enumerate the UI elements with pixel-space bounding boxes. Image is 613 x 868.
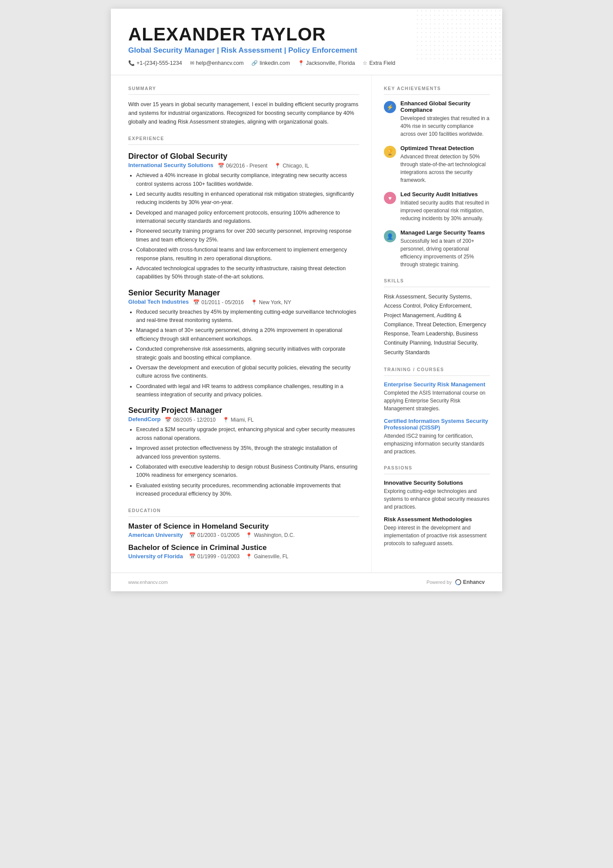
training-desc-2: Attended ISC2 training for certification… <box>384 432 490 456</box>
achievement-title-3: Led Security Audit Initiatives <box>400 191 490 198</box>
achievement-icon-2: 🏆 <box>384 146 396 158</box>
achievement-desc-1: Developed strategies that resulted in a … <box>400 114 490 138</box>
link-icon: 🔗 <box>251 60 258 66</box>
education-divider <box>128 516 359 517</box>
job-details-1: International Security Solutions 📅 06/20… <box>128 162 359 169</box>
job-title-3: Security Project Manager <box>128 406 359 415</box>
achievement-content-3: Led Security Audit Initiatives Initiated… <box>400 191 490 222</box>
achievement-icon-1: ⚡ <box>384 101 396 113</box>
bullet-3-3: Collaborated with executive leadership t… <box>136 463 359 480</box>
candidate-subtitle: Global Security Manager | Risk Assessmen… <box>128 46 485 55</box>
contact-row: 📞 +1-(234)-555-1234 ✉ help@enhancv.com 🔗… <box>128 60 485 66</box>
job-details-2: Global Tech Industries 📅 01/2011 - 05/20… <box>128 298 359 305</box>
job-title-2: Senior Security Manager <box>128 288 359 298</box>
job-loc-2: 📍 New York, NY <box>251 299 291 305</box>
achievement-icon-3: ♥ <box>384 192 396 204</box>
achievement-content-2: Optimized Threat Detection Advanced thre… <box>400 145 490 184</box>
skills-text: Risk Assessment, Security Systems, Acces… <box>384 292 490 357</box>
skills-divider <box>384 287 490 287</box>
education-label: EDUCATION <box>128 508 359 513</box>
passion-title-1: Innovative Security Solutions <box>384 479 490 486</box>
passions-label: PASSIONS <box>384 465 490 470</box>
achievement-1: ⚡ Enhanced Global Security Compliance De… <box>384 100 490 138</box>
achievement-desc-3: Initiated security audits that resulted … <box>400 199 490 222</box>
achievement-icon-4: 👤 <box>384 230 396 242</box>
contact-linkedin: 🔗 linkedin.com <box>251 60 290 66</box>
location-text: Jacksonville, Florida <box>306 60 355 66</box>
right-column: KEY ACHIEVEMENTS ⚡ Enhanced Global Secur… <box>372 75 502 573</box>
achievement-title-2: Optimized Threat Detection <box>400 145 490 151</box>
star-icon: ☆ <box>363 60 367 66</box>
achievement-title-1: Enhanced Global Security Compliance <box>400 100 490 113</box>
contact-location: 📍 Jacksonville, Florida <box>298 60 355 66</box>
bullet-2-4: Oversaw the development and execution of… <box>136 364 359 381</box>
edu-date-1: 📅 01/2003 - 01/2005 <box>189 532 240 538</box>
training-desc-1: Completed the ASIS International course … <box>384 389 490 412</box>
achievement-desc-4: Successfully led a team of 200+ personne… <box>400 237 490 268</box>
achievement-desc-2: Advanced threat detection by 50% through… <box>400 153 490 184</box>
job-bullets-2: Reduced security breaches by 45% by impl… <box>128 308 359 399</box>
passion-desc-1: Exploring cutting-edge technologies and … <box>384 487 490 511</box>
job-meta-2: 📅 01/2011 - 05/2016 📍 New York, NY <box>193 299 291 305</box>
bullet-2-1: Reduced security breaches by 45% by impl… <box>136 308 359 325</box>
job-date-1: 📅 06/2016 - Present <box>218 163 267 169</box>
extra-text: Extra Field <box>369 60 395 66</box>
job-loc-3: 📍 Miami, FL <box>223 417 254 423</box>
edu-cal-icon-1: 📅 <box>189 532 196 538</box>
footer-website: www.enhancv.com <box>128 580 168 585</box>
training-title-2: Certified Information Systems Security P… <box>384 418 490 431</box>
phone-text: +1-(234)-555-1234 <box>137 60 182 66</box>
email-icon: ✉ <box>190 60 194 66</box>
left-column: SUMMARY With over 15 years in global sec… <box>111 75 372 573</box>
bullet-3-4: Evaluated existing security procedures, … <box>136 482 359 499</box>
bullet-2-5: Coordinated with legal and HR teams to a… <box>136 382 359 399</box>
pin-icon-1: 📍 <box>274 163 281 169</box>
powered-by-text: Powered by <box>426 580 452 585</box>
job-company-1: International Security Solutions <box>128 162 213 168</box>
job-bullets-3: Executed a $2M security upgrade project,… <box>128 426 359 498</box>
bullet-1-3: Developed and managed policy enforcement… <box>136 209 359 226</box>
passions-divider <box>384 474 490 474</box>
bullet-1-1: Achieved a 40% increase in global securi… <box>136 171 359 188</box>
job-company-2: Global Tech Industries <box>128 298 189 305</box>
bullet-3-1: Executed a $2M security upgrade project,… <box>136 426 359 442</box>
training-label: TRAINING / COURSES <box>384 367 490 372</box>
job-bullets-1: Achieved a 40% increase in global securi… <box>128 171 359 282</box>
calendar-icon-2: 📅 <box>193 299 200 305</box>
training-divider <box>384 375 490 376</box>
passion-title-2: Risk Assessment Methodologies <box>384 516 490 523</box>
bullet-1-6: Advocated technological upgrades to the … <box>136 265 359 282</box>
edu-pin-icon-2: 📍 <box>246 553 252 560</box>
email-text: help@enhancv.com <box>196 60 244 66</box>
enhancv-brand-text: Enhancv <box>463 579 485 585</box>
footer-bar: www.enhancv.com Powered by Enhancv <box>111 573 502 591</box>
edu-degree-1: Master of Science in Homeland Security <box>128 522 359 531</box>
phone-icon: 📞 <box>128 60 135 66</box>
header-section: ALEXANDER TAYLOR Global Security Manager… <box>111 9 502 75</box>
bullet-2-3: Conducted comprehensive risk assessments… <box>136 345 359 362</box>
edu-pin-icon-1: 📍 <box>246 532 252 538</box>
edu-degree-2: Bachelor of Science in Criminal Justice <box>128 543 359 552</box>
bullet-1-4: Pioneered security training programs for… <box>136 227 359 244</box>
main-layout: SUMMARY With over 15 years in global sec… <box>111 75 502 573</box>
footer-brand: Powered by Enhancv <box>426 578 485 586</box>
training-title-1: Enterprise Security Risk Management <box>384 381 490 388</box>
job-loc-1: 📍 Chicago, IL <box>274 163 309 169</box>
achievement-3: ♥ Led Security Audit Initiatives Initiat… <box>384 191 490 222</box>
job-meta-1: 📅 06/2016 - Present 📍 Chicago, IL <box>218 163 309 169</box>
bullet-1-5: Collaborated with cross-functional teams… <box>136 246 359 263</box>
contact-email: ✉ help@enhancv.com <box>190 60 244 66</box>
achievement-title-4: Managed Large Security Teams <box>400 229 490 236</box>
edu-cal-icon-2: 📅 <box>189 553 196 560</box>
bullet-3-2: Improved asset protection effectiveness … <box>136 444 359 461</box>
summary-label: SUMMARY <box>128 86 359 91</box>
job-date-3: 📅 08/2005 - 12/2010 <box>165 417 215 423</box>
achievement-content-4: Managed Large Security Teams Successfull… <box>400 229 490 268</box>
edu-meta-1: American University 📅 01/2003 - 01/2005 … <box>128 532 359 538</box>
candidate-name: ALEXANDER TAYLOR <box>128 24 485 44</box>
contact-phone: 📞 +1-(234)-555-1234 <box>128 60 182 66</box>
contact-extra: ☆ Extra Field <box>363 60 395 66</box>
pin-icon-2: 📍 <box>251 299 257 305</box>
summary-divider <box>128 94 359 95</box>
bullet-2-2: Managed a team of 30+ security personnel… <box>136 326 359 343</box>
